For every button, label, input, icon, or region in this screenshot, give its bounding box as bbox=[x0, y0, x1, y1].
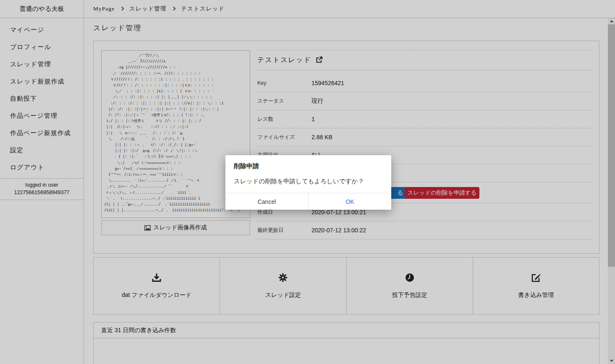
delete-request-modal: 削除申請 スレッドの削除を申請してもよろしいですか？ Cancel OK bbox=[225, 155, 391, 210]
modal-buttons: Cancel OK bbox=[225, 193, 391, 210]
ok-button[interactable]: OK bbox=[308, 193, 391, 210]
cancel-button[interactable]: Cancel bbox=[225, 193, 308, 210]
modal-message: スレッドの削除を申請してもよろしいですか？ bbox=[225, 170, 391, 185]
modal-title: 削除申請 bbox=[225, 155, 391, 170]
